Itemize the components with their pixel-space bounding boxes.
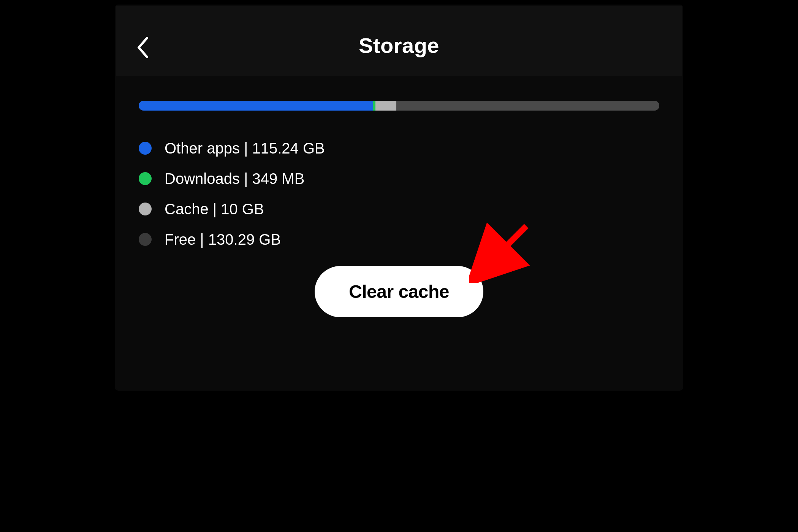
legend-label-downloads: Downloads | 349 MB bbox=[165, 170, 304, 187]
legend-label-free: Free | 130.29 GB bbox=[165, 231, 281, 248]
legend-dot-icon bbox=[139, 233, 152, 246]
header-bar: Storage bbox=[116, 6, 682, 76]
storage-segment-otherapps bbox=[139, 101, 373, 111]
storage-settings-panel: Storage Other apps | 115.24 GB Downloads… bbox=[116, 6, 682, 390]
page-title: Storage bbox=[116, 33, 682, 58]
legend-label-cache: Cache | 10 GB bbox=[165, 201, 264, 218]
clear-cache-button[interactable]: Clear cache bbox=[315, 266, 483, 317]
storage-segment-cache bbox=[375, 101, 396, 111]
legend-row-otherapps: Other apps | 115.24 GB bbox=[139, 133, 659, 163]
legend-dot-icon bbox=[139, 203, 152, 215]
legend-dot-icon bbox=[139, 172, 152, 185]
legend-label-otherapps: Other apps | 115.24 GB bbox=[165, 140, 325, 157]
storage-usage-bar bbox=[139, 101, 659, 111]
legend-row-cache: Cache | 10 GB bbox=[139, 194, 659, 224]
storage-legend: Other apps | 115.24 GB Downloads | 349 M… bbox=[139, 133, 659, 255]
storage-segment-downloads bbox=[373, 101, 376, 111]
storage-segment-free bbox=[396, 101, 659, 111]
legend-dot-icon bbox=[139, 142, 152, 155]
legend-row-free: Free | 130.29 GB bbox=[139, 224, 659, 255]
legend-row-downloads: Downloads | 349 MB bbox=[139, 163, 659, 194]
